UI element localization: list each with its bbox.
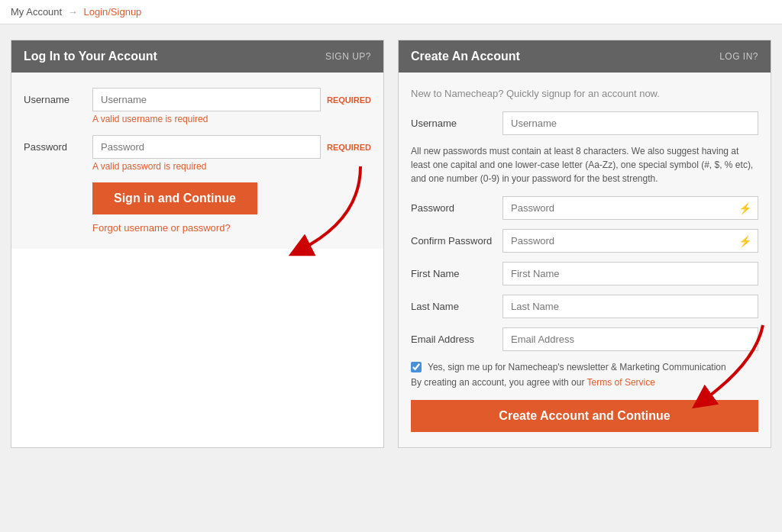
arrow-annotation-left	[238, 159, 376, 258]
create-account-panel-title: Create An Account	[411, 50, 520, 63]
last-name-label: Last Name	[411, 301, 502, 312]
username-label: Username	[24, 88, 92, 105]
tos-link[interactable]: Terms of Service	[587, 377, 655, 388]
password-input-row: REQUIRED	[92, 135, 371, 159]
login-panel-title: Log In to Your Account	[24, 50, 157, 63]
last-name-row: Last Name	[411, 295, 758, 318]
first-name-row: First Name	[411, 262, 758, 285]
create-account-panel-header: Create An Account LOG IN?	[399, 40, 771, 73]
password-hint-text: All new passwords must contain at least …	[411, 144, 758, 185]
first-name-input[interactable]	[502, 262, 758, 285]
login-panel-header: Log In to Your Account SIGN UP?	[11, 40, 383, 73]
username-input-row: REQUIRED	[92, 88, 371, 111]
first-name-label: First Name	[411, 268, 502, 279]
password-error: A valid password is required	[92, 161, 371, 172]
breadcrumb-arrow: →	[68, 6, 78, 18]
tos-prefix: By creating an account, you agree with o…	[411, 377, 584, 388]
create-account-panel: Create An Account LOG IN? New to Nameche…	[398, 40, 771, 448]
password-toggle-icon[interactable]: ⚡	[738, 202, 751, 214]
username-row: Username REQUIRED A valid username is re…	[24, 88, 371, 124]
forgot-password-link[interactable]: Forgot username or password?	[92, 222, 371, 234]
create-account-button[interactable]: Create Account and Continue	[411, 400, 758, 432]
last-name-input[interactable]	[502, 295, 758, 318]
right-username-label: Username	[411, 118, 502, 129]
intro-text: New to Namecheap? Quickly signup for an …	[411, 88, 758, 99]
confirm-password-toggle-icon[interactable]: ⚡	[738, 235, 751, 247]
password-row: Password REQUIRED A valid password is re…	[24, 135, 371, 172]
email-input[interactable]	[502, 327, 758, 351]
right-password-input-wrap: ⚡	[502, 196, 758, 220]
log-in-link[interactable]: LOG IN?	[719, 51, 758, 62]
password-field-wrap: REQUIRED A valid password is required	[92, 135, 371, 172]
tos-text: By creating an account, you agree with o…	[411, 377, 758, 388]
username-input[interactable]	[92, 88, 321, 111]
right-password-label: Password	[411, 202, 502, 214]
sign-up-link[interactable]: SIGN UP?	[325, 51, 371, 62]
email-row: Email Address	[411, 327, 758, 351]
right-username-row: Username	[411, 111, 758, 135]
sign-in-button[interactable]: Sign in and Continue	[92, 182, 257, 214]
confirm-password-row: Confirm Password ⚡	[411, 229, 758, 253]
newsletter-row: Yes, sign me up for Namecheap's newslett…	[411, 362, 758, 372]
right-password-row: Password ⚡	[411, 196, 758, 220]
newsletter-checkbox[interactable]	[411, 362, 422, 372]
login-panel: Log In to Your Account SIGN UP? Username…	[11, 40, 384, 448]
email-label: Email Address	[411, 334, 502, 345]
confirm-password-input[interactable]	[503, 230, 738, 252]
main-content: Log In to Your Account SIGN UP? Username…	[0, 24, 782, 463]
right-username-input[interactable]	[502, 111, 758, 135]
password-label: Password	[24, 135, 92, 153]
confirm-password-label: Confirm Password	[411, 235, 502, 247]
password-required-badge: REQUIRED	[327, 143, 371, 152]
username-error: A valid username is required	[92, 114, 371, 124]
confirm-password-input-wrap: ⚡	[502, 229, 758, 253]
breadcrumb-login-signup[interactable]: Login/Signup	[83, 6, 141, 18]
breadcrumb: My Account → Login/Signup	[0, 0, 782, 24]
right-password-input[interactable]	[503, 197, 738, 219]
create-account-panel-body: New to Namecheap? Quickly signup for an …	[399, 73, 771, 447]
username-required-badge: REQUIRED	[327, 95, 371, 105]
password-input[interactable]	[92, 135, 321, 159]
login-panel-body: Username REQUIRED A valid username is re…	[11, 73, 383, 249]
username-field-wrap: REQUIRED A valid username is required	[92, 88, 371, 124]
breadcrumb-my-account: My Account	[11, 6, 62, 18]
newsletter-label: Yes, sign me up for Namecheap's newslett…	[428, 362, 726, 372]
